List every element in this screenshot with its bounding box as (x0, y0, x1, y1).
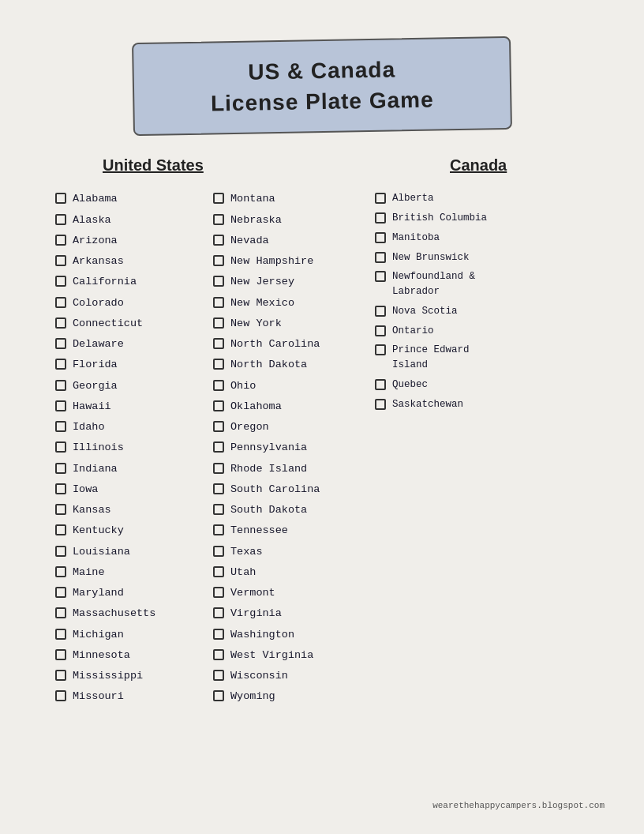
list-item[interactable]: Newfoundland &Labrador (375, 267, 533, 302)
checkbox[interactable] (55, 566, 66, 577)
list-item[interactable]: Massachusetts (55, 603, 213, 624)
checkbox[interactable] (375, 399, 386, 410)
list-item[interactable]: Tennessee (213, 520, 375, 541)
checkbox[interactable] (213, 524, 224, 535)
checkbox[interactable] (375, 193, 386, 204)
list-item[interactable]: New Jersey (213, 272, 375, 292)
list-item[interactable]: North Dakota (213, 355, 375, 375)
checkbox[interactable] (213, 380, 224, 391)
checkbox[interactable] (55, 629, 66, 640)
checkbox[interactable] (213, 421, 224, 432)
list-item[interactable]: North Carolina (213, 334, 375, 355)
checkbox[interactable] (55, 690, 66, 701)
list-item[interactable]: Utah (213, 562, 375, 583)
list-item[interactable]: Alaska (55, 210, 213, 231)
checkbox[interactable] (55, 524, 66, 535)
list-item[interactable]: Texas (213, 542, 375, 562)
checkbox[interactable] (213, 629, 224, 640)
checkbox[interactable] (375, 271, 386, 282)
list-item[interactable]: Georgia (55, 376, 213, 396)
checkbox[interactable] (55, 276, 66, 287)
list-item[interactable]: California (55, 272, 213, 292)
list-item[interactable]: Nova Scotia (375, 302, 533, 321)
checkbox[interactable] (55, 670, 66, 681)
checkbox[interactable] (55, 214, 66, 225)
checkbox[interactable] (213, 317, 224, 329)
list-item[interactable]: Saskatchewan (375, 395, 533, 415)
checkbox[interactable] (55, 607, 66, 618)
list-item[interactable]: South Carolina (213, 479, 375, 500)
list-item[interactable]: Ohio (213, 376, 375, 396)
checkbox[interactable] (55, 338, 66, 349)
list-item[interactable]: Illinois (55, 438, 213, 458)
list-item[interactable]: Wyoming (213, 686, 375, 707)
list-item[interactable]: British Columbia (375, 208, 533, 228)
checkbox[interactable] (213, 441, 224, 453)
list-item[interactable]: Alberta (375, 189, 533, 208)
list-item[interactable]: Kansas (55, 500, 213, 520)
checkbox[interactable] (213, 214, 224, 225)
checkbox[interactable] (55, 587, 66, 598)
checkbox[interactable] (213, 566, 224, 577)
list-item[interactable]: South Dakota (213, 500, 375, 520)
checkbox[interactable] (55, 317, 66, 329)
checkbox[interactable] (213, 690, 224, 701)
list-item[interactable]: Manitoba (375, 228, 533, 248)
checkbox[interactable] (55, 297, 66, 308)
checkbox[interactable] (213, 607, 224, 618)
list-item[interactable]: Nebraska (213, 210, 375, 231)
checkbox[interactable] (375, 252, 386, 263)
checkbox[interactable] (213, 235, 224, 246)
list-item[interactable]: Delaware (55, 334, 213, 355)
list-item[interactable]: Hawaii (55, 396, 213, 417)
list-item[interactable]: Wisconsin (213, 666, 375, 686)
list-item[interactable]: Pennsylvania (213, 438, 375, 458)
list-item[interactable]: Prince EdwardIsland (375, 340, 533, 375)
list-item[interactable]: Maine (55, 562, 213, 583)
checkbox[interactable] (375, 379, 386, 390)
checkbox[interactable] (213, 297, 224, 308)
checkbox[interactable] (213, 670, 224, 681)
list-item[interactable]: Quebec (375, 375, 533, 395)
list-item[interactable]: Alabama (55, 189, 213, 209)
checkbox[interactable] (213, 255, 224, 266)
list-item[interactable]: Missouri (55, 686, 213, 707)
checkbox[interactable] (213, 359, 224, 370)
list-item[interactable]: Vermont (213, 583, 375, 603)
checkbox[interactable] (213, 276, 224, 287)
checkbox[interactable] (213, 193, 224, 204)
list-item[interactable]: Kentucky (55, 520, 213, 541)
checkbox[interactable] (55, 649, 66, 660)
list-item[interactable]: Oklahoma (213, 396, 375, 417)
checkbox[interactable] (375, 232, 386, 243)
list-item[interactable]: New Brunswick (375, 248, 533, 268)
checkbox[interactable] (55, 483, 66, 494)
checkbox[interactable] (55, 421, 66, 432)
list-item[interactable]: Oregon (213, 417, 375, 438)
list-item[interactable]: Iowa (55, 479, 213, 500)
checkbox[interactable] (213, 587, 224, 598)
checkbox[interactable] (55, 255, 66, 266)
checkbox[interactable] (375, 212, 386, 224)
checkbox[interactable] (55, 504, 66, 515)
list-item[interactable]: Arkansas (55, 251, 213, 272)
list-item[interactable]: Washington (213, 625, 375, 645)
checkbox[interactable] (213, 649, 224, 660)
list-item[interactable]: New York (213, 314, 375, 334)
checkbox[interactable] (55, 235, 66, 246)
checkbox[interactable] (375, 306, 386, 317)
checkbox[interactable] (375, 344, 386, 355)
list-item[interactable]: New Mexico (213, 293, 375, 314)
list-item[interactable]: New Hampshire (213, 251, 375, 272)
list-item[interactable]: Nevada (213, 231, 375, 251)
checkbox[interactable] (213, 483, 224, 494)
list-item[interactable]: Montana (213, 189, 375, 209)
list-item[interactable]: Michigan (55, 625, 213, 645)
list-item[interactable]: Idaho (55, 417, 213, 438)
checkbox[interactable] (213, 400, 224, 411)
list-item[interactable]: Rhode Island (213, 459, 375, 479)
list-item[interactable]: Colorado (55, 293, 213, 314)
list-item[interactable]: Indiana (55, 459, 213, 479)
checkbox[interactable] (213, 504, 224, 515)
checkbox[interactable] (213, 463, 224, 474)
